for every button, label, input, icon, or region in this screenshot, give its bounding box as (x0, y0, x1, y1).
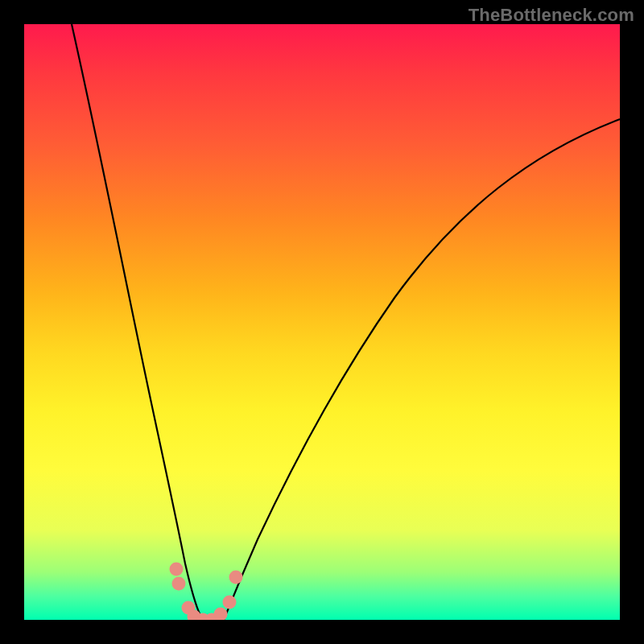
watermark-text: TheBottleneck.com (469, 5, 634, 26)
curve-left-branch (72, 24, 203, 620)
curve-right-branch (224, 119, 620, 620)
chart-container: TheBottleneck.com (0, 0, 644, 644)
data-point (229, 571, 243, 584)
data-point (172, 577, 186, 591)
data-point (214, 608, 228, 621)
data-point (170, 563, 184, 576)
data-point (223, 596, 237, 609)
plot-area (24, 24, 620, 620)
curve-layer (24, 24, 620, 620)
